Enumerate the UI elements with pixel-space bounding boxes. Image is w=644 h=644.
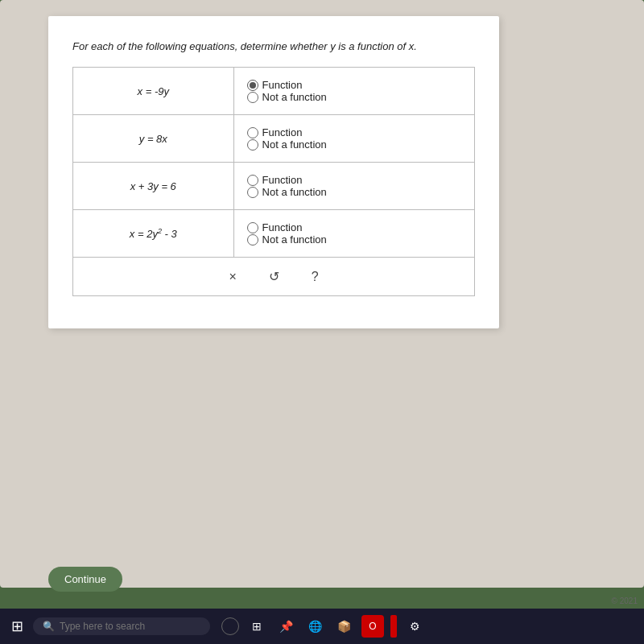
radio-not-function-3[interactable] <box>247 187 258 198</box>
taskbar-circle-button[interactable] <box>221 617 239 635</box>
close-button[interactable]: × <box>222 266 242 287</box>
not-function-label: Not a function <box>262 138 327 151</box>
taskbar-icons: ⊞ 📌 🌐 📦 O ⚙ <box>221 615 426 638</box>
taskbar-icon-4[interactable]: 📦 <box>332 615 355 638</box>
radio-function-2[interactable] <box>247 127 258 138</box>
not-function-option-4[interactable]: Not a function <box>247 233 461 246</box>
question-text: For each of the following equations, det… <box>72 40 475 52</box>
not-function-option-1[interactable]: Not a function <box>247 91 461 103</box>
function-label: Function <box>262 126 303 138</box>
copyright: © 2021 <box>612 597 638 605</box>
search-bar[interactable]: 🔍 <box>33 617 210 635</box>
equation-cell: x = -9y <box>73 68 234 115</box>
not-function-label: Not a function <box>262 186 327 198</box>
taskbar: ⊞ 🔍 ⊞ 📌 🌐 📦 O ⚙ <box>0 609 644 644</box>
taskbar-icon-1[interactable]: ⊞ <box>246 615 268 638</box>
function-option-1[interactable]: Function <box>247 79 461 91</box>
search-input[interactable] <box>60 621 200 632</box>
equation-cell: x + 3y = 6 <box>73 163 234 210</box>
taskbar-icon-6[interactable] <box>390 615 397 638</box>
function-option-3[interactable]: Function <box>247 174 461 186</box>
function-option-4[interactable]: Function <box>247 221 461 233</box>
function-label: Function <box>262 174 303 186</box>
equation-cell: y = 8x <box>73 115 234 163</box>
radio-function-4[interactable] <box>247 222 258 233</box>
reset-button[interactable]: ↺ <box>262 266 286 287</box>
function-option-2[interactable]: Function <box>247 126 461 138</box>
option-cell: Function Not a function <box>233 210 474 258</box>
function-label: Function <box>262 221 303 233</box>
taskbar-icon-3[interactable]: 🌐 <box>303 615 326 638</box>
equation-table: x = -9y Function Not a function y = 8x <box>72 67 475 258</box>
help-button[interactable]: ? <box>305 266 325 287</box>
paper: For each of the following equations, det… <box>48 16 499 328</box>
not-function-option-3[interactable]: Not a function <box>247 186 461 198</box>
action-bar: × ↺ ? <box>72 258 475 296</box>
table-row: y = 8x Function Not a function <box>73 115 475 163</box>
continue-button[interactable]: Continue <box>48 567 122 592</box>
option-cell: Function Not a function <box>233 68 474 115</box>
not-function-option-2[interactable]: Not a function <box>247 138 461 151</box>
radio-function-3[interactable] <box>247 175 258 186</box>
table-row: x = -9y Function Not a function <box>73 68 475 115</box>
taskbar-icon-5[interactable]: O <box>361 615 384 638</box>
not-function-label: Not a function <box>262 233 327 246</box>
start-button[interactable]: ⊞ <box>6 614 28 638</box>
equation-cell: x = 2y2 - 3 <box>73 210 234 258</box>
taskbar-icon-7[interactable]: ⚙ <box>403 615 426 638</box>
radio-function-1[interactable] <box>247 80 258 91</box>
radio-not-function-1[interactable] <box>247 92 258 103</box>
search-icon: 🔍 <box>43 621 55 632</box>
table-row: x = 2y2 - 3 Function Not a function <box>73 210 475 258</box>
function-label: Function <box>262 79 303 91</box>
table-row: x + 3y = 6 Function Not a function <box>73 163 475 210</box>
not-function-label: Not a function <box>262 91 327 103</box>
taskbar-icon-2[interactable]: 📌 <box>275 615 297 638</box>
radio-not-function-2[interactable] <box>247 139 258 151</box>
radio-not-function-4[interactable] <box>247 234 258 246</box>
option-cell: Function Not a function <box>233 115 474 163</box>
option-cell: Function Not a function <box>233 163 474 210</box>
